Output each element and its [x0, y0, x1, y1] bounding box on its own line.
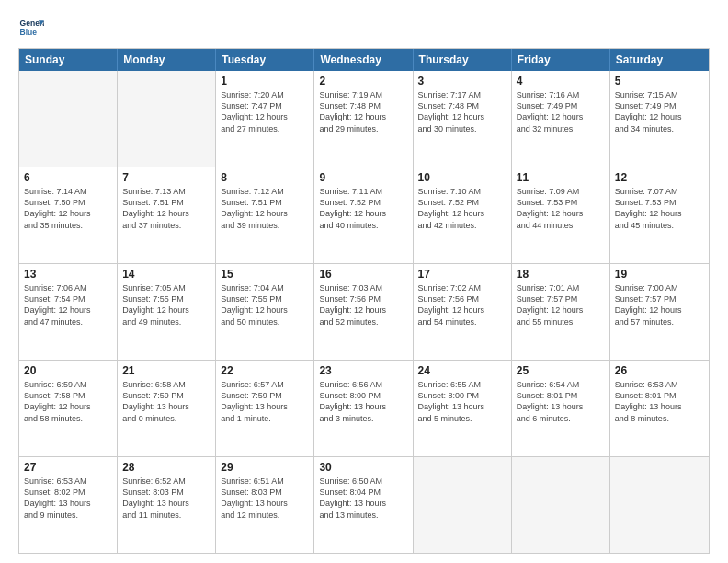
calendar-cell-1: 1Sunrise: 7:20 AM Sunset: 7:47 PM Daylig…	[216, 71, 314, 167]
calendar-cell-19: 19Sunrise: 7:00 AM Sunset: 7:57 PM Dayli…	[610, 264, 709, 360]
day-number: 6	[24, 170, 112, 185]
weekday-header-friday: Friday	[512, 49, 610, 71]
day-number: 19	[615, 267, 704, 282]
calendar-body: 1Sunrise: 7:20 AM Sunset: 7:47 PM Daylig…	[19, 71, 709, 553]
svg-text:Blue: Blue	[20, 28, 38, 37]
day-number: 21	[122, 363, 210, 378]
calendar-cell-11: 11Sunrise: 7:09 AM Sunset: 7:53 PM Dayli…	[512, 167, 610, 263]
calendar-cell-empty-0-0	[19, 71, 118, 167]
weekday-header-saturday: Saturday	[610, 49, 709, 71]
logo: General Blue	[18, 15, 44, 40]
day-info: Sunrise: 6:55 AM Sunset: 8:00 PM Dayligh…	[418, 379, 506, 424]
day-number: 27	[24, 460, 112, 475]
weekday-header-monday: Monday	[118, 49, 216, 71]
day-number: 29	[221, 460, 309, 475]
calendar-cell-27: 27Sunrise: 6:53 AM Sunset: 8:02 PM Dayli…	[19, 457, 118, 553]
day-number: 18	[517, 267, 605, 282]
day-info: Sunrise: 6:53 AM Sunset: 8:01 PM Dayligh…	[615, 379, 704, 424]
day-number: 23	[319, 363, 407, 378]
day-number: 30	[319, 460, 407, 475]
calendar-cell-17: 17Sunrise: 7:02 AM Sunset: 7:56 PM Dayli…	[414, 264, 512, 360]
day-info: Sunrise: 6:59 AM Sunset: 7:58 PM Dayligh…	[24, 379, 112, 424]
calendar-week-4: 20Sunrise: 6:59 AM Sunset: 7:58 PM Dayli…	[19, 360, 709, 456]
day-number: 20	[24, 363, 112, 378]
day-info: Sunrise: 7:06 AM Sunset: 7:54 PM Dayligh…	[24, 282, 112, 327]
day-number: 12	[615, 170, 704, 185]
calendar-cell-5: 5Sunrise: 7:15 AM Sunset: 7:49 PM Daylig…	[610, 71, 709, 167]
calendar-cell-26: 26Sunrise: 6:53 AM Sunset: 8:01 PM Dayli…	[610, 361, 709, 456]
day-info: Sunrise: 6:53 AM Sunset: 8:02 PM Dayligh…	[24, 476, 112, 521]
day-info: Sunrise: 6:58 AM Sunset: 7:59 PM Dayligh…	[122, 379, 210, 424]
day-info: Sunrise: 6:50 AM Sunset: 8:04 PM Dayligh…	[319, 476, 407, 521]
calendar-cell-empty-4-4	[414, 457, 512, 553]
calendar-cell-9: 9Sunrise: 7:11 AM Sunset: 7:52 PM Daylig…	[314, 167, 413, 263]
calendar-cell-16: 16Sunrise: 7:03 AM Sunset: 7:56 PM Dayli…	[314, 264, 413, 360]
day-number: 10	[418, 170, 506, 185]
day-info: Sunrise: 7:15 AM Sunset: 7:49 PM Dayligh…	[615, 89, 704, 134]
logo-icon: General Blue	[18, 15, 44, 40]
calendar-header: SundayMondayTuesdayWednesdayThursdayFrid…	[19, 49, 709, 71]
day-info: Sunrise: 6:52 AM Sunset: 8:03 PM Dayligh…	[122, 476, 210, 521]
calendar-cell-10: 10Sunrise: 7:10 AM Sunset: 7:52 PM Dayli…	[414, 167, 512, 263]
day-info: Sunrise: 7:00 AM Sunset: 7:57 PM Dayligh…	[615, 282, 704, 327]
calendar-grid: SundayMondayTuesdayWednesdayThursdayFrid…	[18, 48, 710, 554]
day-number: 24	[418, 363, 506, 378]
page-header: General Blue	[18, 15, 710, 40]
day-number: 4	[517, 74, 605, 88]
calendar-cell-30: 30Sunrise: 6:50 AM Sunset: 8:04 PM Dayli…	[314, 457, 413, 553]
day-number: 2	[319, 74, 407, 88]
calendar-cell-3: 3Sunrise: 7:17 AM Sunset: 7:48 PM Daylig…	[414, 71, 512, 167]
day-info: Sunrise: 6:54 AM Sunset: 8:01 PM Dayligh…	[517, 379, 605, 424]
calendar-cell-empty-0-1	[118, 71, 216, 167]
day-number: 3	[418, 74, 506, 88]
day-info: Sunrise: 7:16 AM Sunset: 7:49 PM Dayligh…	[517, 89, 605, 134]
day-info: Sunrise: 7:20 AM Sunset: 7:47 PM Dayligh…	[221, 89, 309, 134]
weekday-header-thursday: Thursday	[414, 49, 512, 71]
day-info: Sunrise: 7:19 AM Sunset: 7:48 PM Dayligh…	[319, 89, 407, 134]
day-number: 16	[319, 267, 407, 282]
day-info: Sunrise: 7:03 AM Sunset: 7:56 PM Dayligh…	[319, 282, 407, 327]
day-info: Sunrise: 7:09 AM Sunset: 7:53 PM Dayligh…	[517, 186, 605, 231]
day-number: 13	[24, 267, 112, 282]
day-info: Sunrise: 7:14 AM Sunset: 7:50 PM Dayligh…	[24, 186, 112, 231]
calendar-cell-6: 6Sunrise: 7:14 AM Sunset: 7:50 PM Daylig…	[19, 167, 118, 263]
calendar-cell-15: 15Sunrise: 7:04 AM Sunset: 7:55 PM Dayli…	[216, 264, 314, 360]
day-info: Sunrise: 7:07 AM Sunset: 7:53 PM Dayligh…	[615, 186, 704, 231]
day-info: Sunrise: 7:17 AM Sunset: 7:48 PM Dayligh…	[418, 89, 506, 134]
day-info: Sunrise: 7:12 AM Sunset: 7:51 PM Dayligh…	[221, 186, 309, 231]
calendar-cell-8: 8Sunrise: 7:12 AM Sunset: 7:51 PM Daylig…	[216, 167, 314, 263]
day-info: Sunrise: 7:11 AM Sunset: 7:52 PM Dayligh…	[319, 186, 407, 231]
calendar-cell-7: 7Sunrise: 7:13 AM Sunset: 7:51 PM Daylig…	[118, 167, 216, 263]
day-number: 8	[221, 170, 309, 185]
day-number: 5	[615, 74, 704, 88]
day-number: 11	[517, 170, 605, 185]
calendar-cell-28: 28Sunrise: 6:52 AM Sunset: 8:03 PM Dayli…	[118, 457, 216, 553]
day-info: Sunrise: 6:57 AM Sunset: 7:59 PM Dayligh…	[221, 379, 309, 424]
day-number: 15	[221, 267, 309, 282]
calendar-cell-14: 14Sunrise: 7:05 AM Sunset: 7:55 PM Dayli…	[118, 264, 216, 360]
calendar-cell-empty-4-6	[610, 457, 709, 553]
day-info: Sunrise: 6:51 AM Sunset: 8:03 PM Dayligh…	[221, 476, 309, 521]
day-info: Sunrise: 7:01 AM Sunset: 7:57 PM Dayligh…	[517, 282, 605, 327]
calendar-cell-18: 18Sunrise: 7:01 AM Sunset: 7:57 PM Dayli…	[512, 264, 610, 360]
calendar-week-3: 13Sunrise: 7:06 AM Sunset: 7:54 PM Dayli…	[19, 263, 709, 360]
day-info: Sunrise: 7:10 AM Sunset: 7:52 PM Dayligh…	[418, 186, 506, 231]
calendar-week-1: 1Sunrise: 7:20 AM Sunset: 7:47 PM Daylig…	[19, 71, 709, 167]
day-number: 9	[319, 170, 407, 185]
day-number: 25	[517, 363, 605, 378]
day-number: 26	[615, 363, 704, 378]
day-number: 14	[122, 267, 210, 282]
calendar-cell-13: 13Sunrise: 7:06 AM Sunset: 7:54 PM Dayli…	[19, 264, 118, 360]
day-info: Sunrise: 7:04 AM Sunset: 7:55 PM Dayligh…	[221, 282, 309, 327]
calendar-cell-24: 24Sunrise: 6:55 AM Sunset: 8:00 PM Dayli…	[414, 361, 512, 456]
calendar-cell-12: 12Sunrise: 7:07 AM Sunset: 7:53 PM Dayli…	[610, 167, 709, 263]
day-info: Sunrise: 7:13 AM Sunset: 7:51 PM Dayligh…	[122, 186, 210, 231]
calendar-week-2: 6Sunrise: 7:14 AM Sunset: 7:50 PM Daylig…	[19, 167, 709, 263]
weekday-header-sunday: Sunday	[19, 49, 118, 71]
calendar-cell-4: 4Sunrise: 7:16 AM Sunset: 7:49 PM Daylig…	[512, 71, 610, 167]
day-info: Sunrise: 7:02 AM Sunset: 7:56 PM Dayligh…	[418, 282, 506, 327]
day-number: 7	[122, 170, 210, 185]
calendar-cell-29: 29Sunrise: 6:51 AM Sunset: 8:03 PM Dayli…	[216, 457, 314, 553]
day-info: Sunrise: 6:56 AM Sunset: 8:00 PM Dayligh…	[319, 379, 407, 424]
calendar-cell-25: 25Sunrise: 6:54 AM Sunset: 8:01 PM Dayli…	[512, 361, 610, 456]
